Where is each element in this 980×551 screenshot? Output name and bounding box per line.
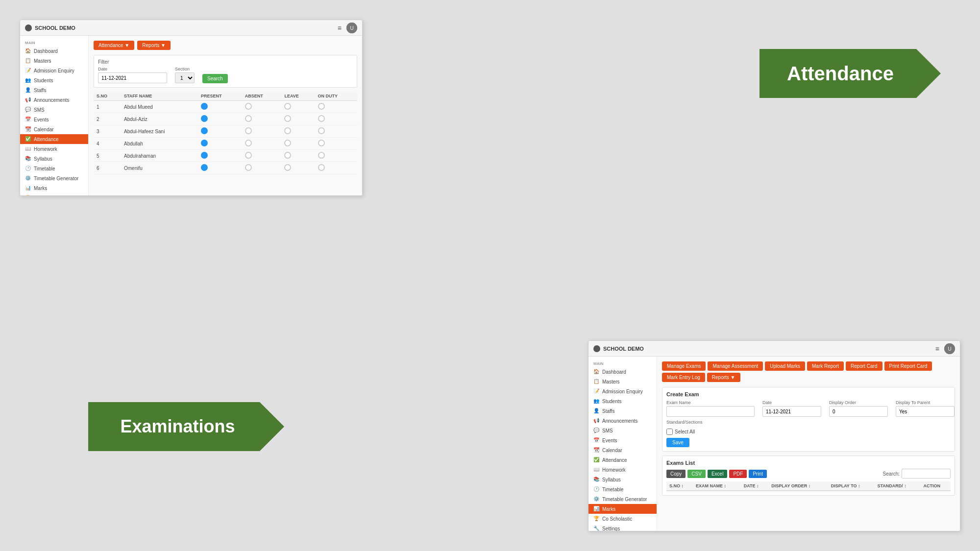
sidebar-item-calendar-1[interactable]: 📆 Calendar xyxy=(20,124,88,134)
radio-present[interactable] xyxy=(201,152,208,159)
cell-onduty[interactable] xyxy=(315,150,357,162)
radio-onduty[interactable] xyxy=(318,164,325,171)
upload-marks-button[interactable]: Upload Marks xyxy=(765,361,805,371)
cell-leave[interactable] xyxy=(281,125,315,138)
sidebar-item-timetable-gen-2[interactable]: ⚙️ Timetable Generator xyxy=(588,494,657,504)
radio-absent[interactable] xyxy=(245,152,252,159)
radio-present[interactable] xyxy=(201,164,208,171)
mark-report-button[interactable]: Mark Report xyxy=(807,361,844,371)
radio-leave[interactable] xyxy=(284,103,291,110)
cell-absent[interactable] xyxy=(242,125,282,138)
sidebar-item-attendance-2[interactable]: ✅ Attendance xyxy=(588,455,657,465)
section-filter-select[interactable]: 1 xyxy=(175,72,195,83)
sidebar-item-events-2[interactable]: 📅 Events xyxy=(588,435,657,445)
sidebar-item-events-1[interactable]: 📅 Events xyxy=(20,115,88,124)
cell-onduty[interactable] xyxy=(315,138,357,150)
cell-onduty[interactable] xyxy=(315,101,357,113)
radio-onduty[interactable] xyxy=(318,103,325,110)
hamburger-icon-1[interactable]: ≡ xyxy=(338,24,342,32)
exam-date-input[interactable] xyxy=(762,406,821,417)
display-order-input[interactable] xyxy=(829,406,888,417)
cell-absent[interactable] xyxy=(242,113,282,125)
sidebar-item-homework-1[interactable]: 📖 Homework xyxy=(20,144,88,154)
cell-onduty[interactable] xyxy=(315,162,357,174)
cell-leave[interactable] xyxy=(281,138,315,150)
sidebar-item-announcements-1[interactable]: 📢 Announcements xyxy=(20,95,88,105)
hamburger-icon-2[interactable]: ≡ xyxy=(935,345,939,353)
sidebar-item-admission-2[interactable]: 📝 Admission Enquiry xyxy=(588,386,657,396)
search-button[interactable]: Search xyxy=(202,74,228,83)
radio-absent[interactable] xyxy=(245,140,252,146)
date-filter-input[interactable] xyxy=(98,72,167,83)
radio-absent[interactable] xyxy=(245,103,252,110)
radio-onduty[interactable] xyxy=(318,115,325,122)
sidebar-item-timetable-2[interactable]: 🕐 Timetable xyxy=(588,484,657,494)
radio-absent[interactable] xyxy=(245,115,252,122)
manage-assessment-button[interactable]: Manage Assessment xyxy=(708,361,763,371)
mark-entry-log-button[interactable]: Mark Entry Log xyxy=(662,373,705,382)
sidebar-item-sms-2[interactable]: 💬 SMS xyxy=(588,426,657,435)
sidebar-item-masters-2[interactable]: 📋 Masters xyxy=(588,377,657,386)
exam-name-input[interactable] xyxy=(666,406,755,417)
cell-onduty[interactable] xyxy=(315,125,357,138)
sidebar-item-timetable-gen-1[interactable]: ⚙️ Timetable Generator xyxy=(20,173,88,183)
cell-onduty[interactable] xyxy=(315,113,357,125)
sidebar-item-masters-1[interactable]: 📋 Masters xyxy=(20,56,88,66)
cell-absent[interactable] xyxy=(242,162,282,174)
radio-present[interactable] xyxy=(201,140,208,146)
cell-leave[interactable] xyxy=(281,150,315,162)
radio-present[interactable] xyxy=(201,127,208,134)
radio-absent[interactable] xyxy=(245,127,252,134)
cell-leave[interactable] xyxy=(281,162,315,174)
cell-present[interactable] xyxy=(198,150,242,162)
radio-leave[interactable] xyxy=(284,164,291,171)
sidebar-item-coscholastic-2[interactable]: 🏆 Co Scholastic xyxy=(588,514,657,524)
cell-absent[interactable] xyxy=(242,101,282,113)
sidebar-item-dashboard-2[interactable]: 🏠 Dashboard xyxy=(588,367,657,377)
cell-present[interactable] xyxy=(198,101,242,113)
cell-leave[interactable] xyxy=(281,113,315,125)
sidebar-item-attendance-1[interactable]: ✅ Attendance xyxy=(20,134,88,144)
radio-present[interactable] xyxy=(201,103,208,110)
sidebar-item-syllabus-1[interactable]: 📚 Syllabus xyxy=(20,154,88,164)
sidebar-item-marks-1[interactable]: 📊 Marks xyxy=(20,183,88,193)
sidebar-item-staffs-1[interactable]: 👤 Staffs xyxy=(20,85,88,95)
sidebar-item-settings-2[interactable]: 🔧 Settings xyxy=(588,524,657,531)
cell-absent[interactable] xyxy=(242,150,282,162)
sidebar-item-syllabus-2[interactable]: 📚 Syllabus xyxy=(588,475,657,484)
pdf-button[interactable]: PDF xyxy=(729,470,747,478)
radio-onduty[interactable] xyxy=(318,152,325,159)
reports-dropdown-button[interactable]: Reports ▼ xyxy=(137,41,171,50)
reports-dropdown-button-2[interactable]: Reports ▼ xyxy=(707,373,740,382)
save-exam-button[interactable]: Save xyxy=(666,438,689,447)
attendance-dropdown-button[interactable]: Attendance ▼ xyxy=(94,41,134,50)
select-all-checkbox[interactable] xyxy=(666,429,673,435)
sidebar-item-students-1[interactable]: 👥 Students xyxy=(20,75,88,85)
report-card-button[interactable]: Report Card xyxy=(846,361,882,371)
radio-present[interactable] xyxy=(201,115,208,122)
sidebar-item-dashboard-1[interactable]: 🏠 Dashboard xyxy=(20,46,88,56)
radio-onduty[interactable] xyxy=(318,140,325,146)
print-report-card-button[interactable]: Print Report Card xyxy=(884,361,932,371)
excel-button[interactable]: Excel xyxy=(708,470,727,478)
radio-onduty[interactable] xyxy=(318,127,325,134)
sidebar-item-homework-2[interactable]: 📖 Homework xyxy=(588,465,657,475)
sidebar-item-announcements-2[interactable]: 📢 Announcements xyxy=(588,416,657,426)
cell-absent[interactable] xyxy=(242,138,282,150)
csv-button[interactable]: CSV xyxy=(687,470,706,478)
sidebar-item-calendar-2[interactable]: 📆 Calendar xyxy=(588,445,657,455)
exams-search-input[interactable] xyxy=(902,469,951,479)
print-button[interactable]: Print xyxy=(749,470,767,478)
display-to-parent-input[interactable] xyxy=(896,406,955,417)
sidebar-item-admission-1[interactable]: 📝 Admission Enquiry xyxy=(20,66,88,75)
radio-leave[interactable] xyxy=(284,115,291,122)
radio-leave[interactable] xyxy=(284,140,291,146)
sidebar-item-staffs-2[interactable]: 👤 Staffs xyxy=(588,406,657,416)
radio-leave[interactable] xyxy=(284,152,291,159)
radio-absent[interactable] xyxy=(245,164,252,171)
copy-button[interactable]: Copy xyxy=(666,470,686,478)
cell-present[interactable] xyxy=(198,113,242,125)
radio-leave[interactable] xyxy=(284,127,291,134)
cell-present[interactable] xyxy=(198,138,242,150)
sidebar-item-sms-1[interactable]: 💬 SMS xyxy=(20,105,88,115)
